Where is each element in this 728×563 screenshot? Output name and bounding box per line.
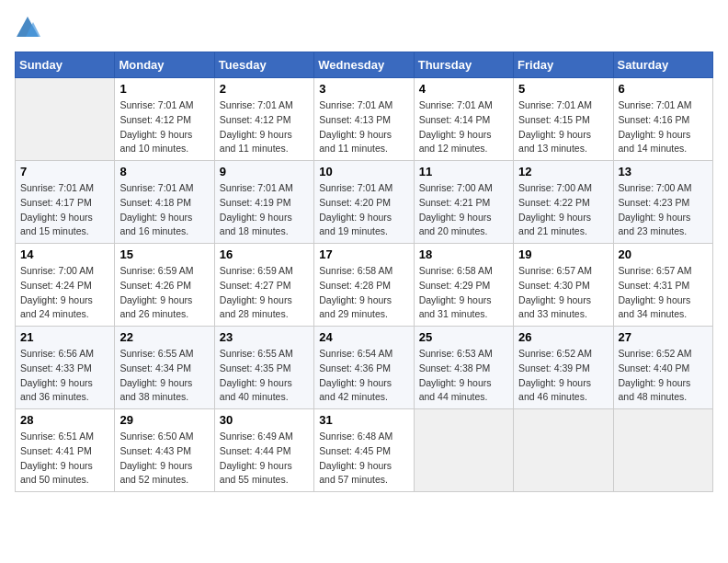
day-info: Sunrise: 6:58 AM Sunset: 4:29 PM Dayligh… <box>419 264 508 322</box>
calendar-cell: 8Sunrise: 7:01 AM Sunset: 4:18 PM Daylig… <box>115 161 214 244</box>
day-number: 25 <box>419 330 508 344</box>
weekday-header: Sunday <box>16 52 115 78</box>
day-info: Sunrise: 7:00 AM Sunset: 4:23 PM Dayligh… <box>619 181 708 239</box>
weekday-header: Monday <box>115 52 214 78</box>
day-info: Sunrise: 6:57 AM Sunset: 4:31 PM Dayligh… <box>619 264 708 322</box>
day-number: 7 <box>20 165 109 178</box>
day-number: 15 <box>119 247 209 261</box>
day-number: 19 <box>518 247 608 261</box>
day-number: 28 <box>20 413 109 427</box>
day-number: 5 <box>518 82 608 96</box>
day-info: Sunrise: 6:57 AM Sunset: 4:30 PM Dayligh… <box>518 264 608 322</box>
day-info: Sunrise: 6:54 AM Sunset: 4:36 PM Dayligh… <box>319 347 408 405</box>
calendar-cell: 26Sunrise: 6:52 AM Sunset: 4:39 PM Dayli… <box>514 327 613 409</box>
calendar-week-row: 1Sunrise: 7:01 AM Sunset: 4:12 PM Daylig… <box>16 78 713 161</box>
day-info: Sunrise: 6:51 AM Sunset: 4:41 PM Dayligh… <box>20 430 109 488</box>
calendar-cell <box>514 409 613 492</box>
logo-icon <box>15 15 40 40</box>
day-number: 13 <box>619 165 708 178</box>
calendar-cell: 27Sunrise: 6:52 AM Sunset: 4:40 PM Dayli… <box>613 327 712 409</box>
weekday-header-row: SundayMondayTuesdayWednesdayThursdayFrid… <box>16 52 713 78</box>
calendar-cell: 24Sunrise: 6:54 AM Sunset: 4:36 PM Dayli… <box>314 327 414 409</box>
day-number: 8 <box>119 165 209 178</box>
day-info: Sunrise: 7:01 AM Sunset: 4:17 PM Dayligh… <box>20 181 109 239</box>
calendar-cell: 22Sunrise: 6:55 AM Sunset: 4:34 PM Dayli… <box>115 327 214 409</box>
day-info: Sunrise: 6:56 AM Sunset: 4:33 PM Dayligh… <box>20 347 109 405</box>
calendar-cell: 7Sunrise: 7:01 AM Sunset: 4:17 PM Daylig… <box>16 161 115 244</box>
page-header <box>15 15 713 40</box>
calendar-cell: 25Sunrise: 6:53 AM Sunset: 4:38 PM Dayli… <box>414 327 513 409</box>
calendar-cell: 30Sunrise: 6:49 AM Sunset: 4:44 PM Dayli… <box>214 409 313 492</box>
day-number: 30 <box>220 413 309 427</box>
day-number: 16 <box>220 247 309 261</box>
weekday-header: Friday <box>514 52 613 78</box>
calendar-week-row: 14Sunrise: 7:00 AM Sunset: 4:24 PM Dayli… <box>16 244 713 327</box>
day-number: 29 <box>119 413 209 427</box>
day-number: 3 <box>319 82 408 96</box>
calendar-cell: 15Sunrise: 6:59 AM Sunset: 4:26 PM Dayli… <box>115 244 214 327</box>
day-info: Sunrise: 6:48 AM Sunset: 4:45 PM Dayligh… <box>319 430 408 488</box>
day-info: Sunrise: 6:55 AM Sunset: 4:35 PM Dayligh… <box>220 347 309 405</box>
calendar-cell: 10Sunrise: 7:01 AM Sunset: 4:20 PM Dayli… <box>314 161 414 244</box>
day-info: Sunrise: 7:00 AM Sunset: 4:24 PM Dayligh… <box>20 264 109 322</box>
weekday-header: Wednesday <box>314 52 414 78</box>
calendar-cell: 18Sunrise: 6:58 AM Sunset: 4:29 PM Dayli… <box>414 244 513 327</box>
day-info: Sunrise: 6:59 AM Sunset: 4:27 PM Dayligh… <box>220 264 309 322</box>
calendar-cell: 6Sunrise: 7:01 AM Sunset: 4:16 PM Daylig… <box>613 78 712 161</box>
day-number: 31 <box>319 413 408 427</box>
calendar-week-row: 7Sunrise: 7:01 AM Sunset: 4:17 PM Daylig… <box>16 161 713 244</box>
day-number: 23 <box>220 330 309 344</box>
calendar-table: SundayMondayTuesdayWednesdayThursdayFrid… <box>15 52 713 492</box>
calendar-cell: 28Sunrise: 6:51 AM Sunset: 4:41 PM Dayli… <box>16 409 115 492</box>
day-number: 10 <box>319 165 408 178</box>
calendar-week-row: 28Sunrise: 6:51 AM Sunset: 4:41 PM Dayli… <box>16 409 713 492</box>
day-info: Sunrise: 6:59 AM Sunset: 4:26 PM Dayligh… <box>119 264 209 322</box>
day-info: Sunrise: 6:49 AM Sunset: 4:44 PM Dayligh… <box>220 430 309 488</box>
day-number: 20 <box>619 247 708 261</box>
calendar-cell: 1Sunrise: 7:01 AM Sunset: 4:12 PM Daylig… <box>115 78 214 161</box>
day-info: Sunrise: 6:52 AM Sunset: 4:39 PM Dayligh… <box>518 347 608 405</box>
day-info: Sunrise: 6:52 AM Sunset: 4:40 PM Dayligh… <box>619 347 708 405</box>
calendar-cell: 12Sunrise: 7:00 AM Sunset: 4:22 PM Dayli… <box>514 161 613 244</box>
calendar-cell: 13Sunrise: 7:00 AM Sunset: 4:23 PM Dayli… <box>613 161 712 244</box>
calendar-cell: 9Sunrise: 7:01 AM Sunset: 4:19 PM Daylig… <box>214 161 313 244</box>
day-info: Sunrise: 7:01 AM Sunset: 4:16 PM Dayligh… <box>619 98 708 156</box>
day-number: 4 <box>419 82 508 96</box>
calendar-cell: 3Sunrise: 7:01 AM Sunset: 4:13 PM Daylig… <box>314 78 414 161</box>
calendar-cell: 23Sunrise: 6:55 AM Sunset: 4:35 PM Dayli… <box>214 327 313 409</box>
day-number: 2 <box>220 82 309 96</box>
day-info: Sunrise: 7:01 AM Sunset: 4:20 PM Dayligh… <box>319 181 408 239</box>
day-number: 14 <box>20 247 109 261</box>
logo <box>15 15 42 40</box>
calendar-cell: 11Sunrise: 7:00 AM Sunset: 4:21 PM Dayli… <box>414 161 513 244</box>
day-info: Sunrise: 7:00 AM Sunset: 4:22 PM Dayligh… <box>518 181 608 239</box>
day-number: 12 <box>518 165 608 178</box>
day-info: Sunrise: 6:50 AM Sunset: 4:43 PM Dayligh… <box>119 430 209 488</box>
calendar-cell <box>16 78 115 161</box>
day-number: 22 <box>119 330 209 344</box>
calendar-cell <box>414 409 513 492</box>
calendar-cell: 16Sunrise: 6:59 AM Sunset: 4:27 PM Dayli… <box>214 244 313 327</box>
day-info: Sunrise: 7:01 AM Sunset: 4:18 PM Dayligh… <box>119 181 209 239</box>
weekday-header: Saturday <box>613 52 712 78</box>
day-info: Sunrise: 6:55 AM Sunset: 4:34 PM Dayligh… <box>119 347 209 405</box>
calendar-cell <box>613 409 712 492</box>
day-number: 18 <box>419 247 508 261</box>
day-number: 27 <box>619 330 708 344</box>
day-number: 6 <box>619 82 708 96</box>
calendar-cell: 2Sunrise: 7:01 AM Sunset: 4:12 PM Daylig… <box>214 78 313 161</box>
day-info: Sunrise: 6:53 AM Sunset: 4:38 PM Dayligh… <box>419 347 508 405</box>
calendar-cell: 4Sunrise: 7:01 AM Sunset: 4:14 PM Daylig… <box>414 78 513 161</box>
calendar-cell: 21Sunrise: 6:56 AM Sunset: 4:33 PM Dayli… <box>16 327 115 409</box>
calendar-cell: 5Sunrise: 7:01 AM Sunset: 4:15 PM Daylig… <box>514 78 613 161</box>
day-number: 17 <box>319 247 408 261</box>
day-info: Sunrise: 7:01 AM Sunset: 4:14 PM Dayligh… <box>419 98 508 156</box>
day-info: Sunrise: 7:01 AM Sunset: 4:13 PM Dayligh… <box>319 98 408 156</box>
calendar-cell: 17Sunrise: 6:58 AM Sunset: 4:28 PM Dayli… <box>314 244 414 327</box>
day-number: 24 <box>319 330 408 344</box>
day-info: Sunrise: 7:00 AM Sunset: 4:21 PM Dayligh… <box>419 181 508 239</box>
calendar-cell: 29Sunrise: 6:50 AM Sunset: 4:43 PM Dayli… <box>115 409 214 492</box>
day-info: Sunrise: 6:58 AM Sunset: 4:28 PM Dayligh… <box>319 264 408 322</box>
calendar-week-row: 21Sunrise: 6:56 AM Sunset: 4:33 PM Dayli… <box>16 327 713 409</box>
day-number: 26 <box>518 330 608 344</box>
